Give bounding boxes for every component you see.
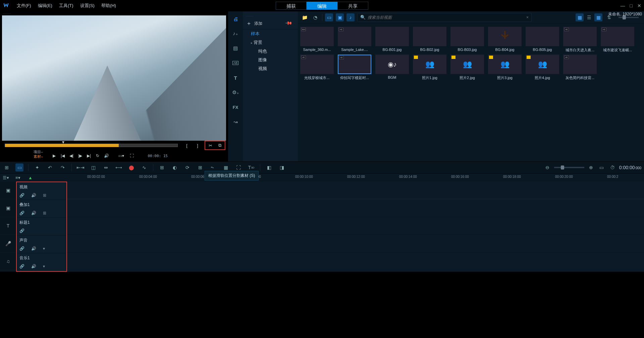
track-option-icon[interactable]: ▾ xyxy=(43,264,45,269)
track-header[interactable]: 视频🔗🔊⊞ xyxy=(17,182,66,200)
media-thumb[interactable]: BG-B05.jpg xyxy=(525,27,560,53)
split-clip-button[interactable]: ✂ xyxy=(207,142,214,149)
media-thumb[interactable]: 照片4.jpg xyxy=(525,55,560,80)
timeline-view-icon[interactable]: ▭ xyxy=(15,163,23,172)
media-thumb[interactable]: HD灰色简约科技背... xyxy=(562,55,598,80)
tool-track-icon[interactable]: ▦ xyxy=(222,163,230,172)
tool-crop-icon[interactable]: ◫ xyxy=(89,163,97,172)
tool-pan-icon[interactable]: ⛶ xyxy=(234,163,243,172)
filter-photo-icon[interactable]: ▣ xyxy=(336,13,344,21)
step-fwd-button[interactable]: |▶ xyxy=(76,152,84,159)
track-option-icon[interactable]: 🔊 xyxy=(31,193,36,198)
search-input[interactable]: 🔍 × xyxy=(357,13,532,22)
track-option-icon[interactable]: 🔗 xyxy=(19,228,24,233)
tool-audio-icon[interactable]: ∿ xyxy=(140,163,148,172)
tab-share[interactable]: 共享 xyxy=(337,2,368,10)
view-list-icon[interactable]: ☰ xyxy=(585,13,593,21)
media-thumb[interactable]: BG-B01.jpg xyxy=(374,27,410,53)
media-thumb[interactable]: 照片1.jpg xyxy=(412,55,447,80)
import-disc-icon[interactable]: ◔ xyxy=(311,13,319,21)
media-thumb[interactable]: HD城市建设飞速崛... xyxy=(600,27,635,53)
track-type-icon[interactable]: ▣ xyxy=(0,182,16,199)
track-option-icon[interactable]: ⊞ xyxy=(43,211,46,215)
tab-capture[interactable]: 捕获 xyxy=(276,2,307,10)
filter-video-icon[interactable]: ▭ xyxy=(325,13,333,21)
track-expand-icon[interactable]: ▲ xyxy=(28,175,35,180)
settings-tab-icon[interactable]: ⚙₊ xyxy=(231,88,239,96)
panel-grip[interactable] xyxy=(243,14,298,18)
menu-tools[interactable]: 工具(T) xyxy=(56,3,77,9)
fit-icon[interactable]: ▭ xyxy=(598,163,606,172)
track-menu-1[interactable]: ☰▾ xyxy=(3,175,9,180)
media-thumb[interactable]: HD仰拍写字楼延时... xyxy=(337,55,372,80)
timeline-timecode[interactable]: 0:00:00:000 xyxy=(619,165,641,170)
thumb-size-slider[interactable] xyxy=(619,17,639,18)
tree-image[interactable]: 图像 xyxy=(243,56,298,64)
tool-speed-icon[interactable]: ⟳ xyxy=(183,163,192,172)
view-grid-icon[interactable]: ▦ xyxy=(594,13,602,21)
loop-button[interactable]: ↻ xyxy=(94,152,101,159)
media-thumb[interactable]: HD光线穿梭城市... xyxy=(299,55,335,80)
redo-icon[interactable]: ↷ xyxy=(59,163,67,172)
undo-icon[interactable]: ↶ xyxy=(46,163,54,172)
timer-icon[interactable]: ⏱ xyxy=(608,163,616,172)
aspect-button[interactable]: ▭▾ xyxy=(117,152,125,159)
tree-background[interactable]: 背景 xyxy=(243,38,298,47)
snapshot-button[interactable]: ⧉ xyxy=(216,142,223,149)
close-button[interactable]: ✕ xyxy=(637,3,641,8)
tool-magic-icon[interactable]: ✦ xyxy=(33,163,41,172)
track-header[interactable]: 音乐1🔗🔊▾ xyxy=(17,253,66,271)
track-option-icon[interactable]: ⊞ xyxy=(43,193,46,198)
track-lane[interactable] xyxy=(67,182,644,199)
mode-clip[interactable]: 素材– xyxy=(34,154,43,159)
fx-tab-icon[interactable]: FX xyxy=(231,103,239,111)
media-thumb[interactable]: 照片2.jpg xyxy=(449,55,485,80)
audio-tab-icon[interactable]: ♪₊ xyxy=(231,29,239,38)
track-header[interactable]: 叠加1🔗🔊⊞ xyxy=(17,200,66,218)
text-tab-icon[interactable]: T xyxy=(231,74,239,82)
media-thumb[interactable]: 照片3.jpg xyxy=(487,55,523,80)
go-start-button[interactable]: |◀ xyxy=(59,152,66,159)
tree-sample[interactable]: 样本 xyxy=(243,29,298,38)
media-thumb[interactable]: BGM xyxy=(374,55,410,80)
track-menu-2[interactable]: ≡▾ xyxy=(15,175,22,180)
preview-scrubber[interactable] xyxy=(5,144,178,147)
filter-audio-icon[interactable]: ♪ xyxy=(346,13,355,21)
media-thumb[interactable]: BG-B04.jpg xyxy=(487,27,523,53)
panel-grip[interactable] xyxy=(0,11,228,15)
menu-settings[interactable]: 设置(S) xyxy=(77,3,98,9)
mode-project[interactable]: 项目– xyxy=(34,149,43,154)
step-back-button[interactable]: ◀| xyxy=(68,152,75,159)
go-end-button[interactable]: ▶| xyxy=(85,152,93,159)
media-thumb[interactable]: HD城市白天进入夜... xyxy=(562,27,598,53)
tool-mask-icon[interactable]: ◐ xyxy=(171,163,179,172)
tool-3d-icon[interactable]: T3D xyxy=(247,163,255,172)
track-option-icon[interactable]: 🔗 xyxy=(19,211,24,215)
view-detail-icon[interactable]: ▦ xyxy=(576,13,584,21)
media-tab-icon[interactable]: 🖨 xyxy=(231,15,239,23)
tool-chapter-icon[interactable]: ◧ xyxy=(265,163,273,172)
track-lane[interactable] xyxy=(67,199,644,217)
maximize-button[interactable]: □ xyxy=(630,3,633,8)
tool-multi-icon[interactable]: ⊞ xyxy=(158,163,166,172)
play-button[interactable]: ▶ xyxy=(50,152,58,159)
tool-trim-icon[interactable]: ⇤⇥ xyxy=(76,163,85,172)
track-lane[interactable] xyxy=(67,235,644,253)
import-folder-icon[interactable]: 📁 xyxy=(301,13,309,21)
transition-tab-icon[interactable]: ▤ xyxy=(231,44,239,52)
track-option-icon[interactable]: 🔊 xyxy=(31,246,36,251)
clear-search-icon[interactable]: × xyxy=(526,15,529,20)
track-option-icon[interactable]: 🔗 xyxy=(19,264,24,269)
tool-motion-icon[interactable]: ᯓ xyxy=(209,163,217,172)
mark-out-button[interactable]: ] xyxy=(194,142,201,149)
media-thumb[interactable]: 360Sample_360.m... xyxy=(299,27,335,53)
track-option-icon[interactable]: 🔊 xyxy=(31,264,36,269)
track-type-icon[interactable]: ▣ xyxy=(0,199,16,217)
menu-help[interactable]: 帮助(H) xyxy=(98,3,119,9)
media-thumb[interactable]: BG-B02.jpg xyxy=(412,27,447,53)
mute-button[interactable]: 🔊 xyxy=(103,152,110,159)
track-option-icon[interactable]: 🔊 xyxy=(31,211,36,215)
track-type-icon[interactable]: T xyxy=(0,217,16,235)
track-header[interactable]: 声音🔗🔊▾ xyxy=(17,235,66,253)
track-header[interactable]: 标题1🔗 xyxy=(17,218,66,235)
